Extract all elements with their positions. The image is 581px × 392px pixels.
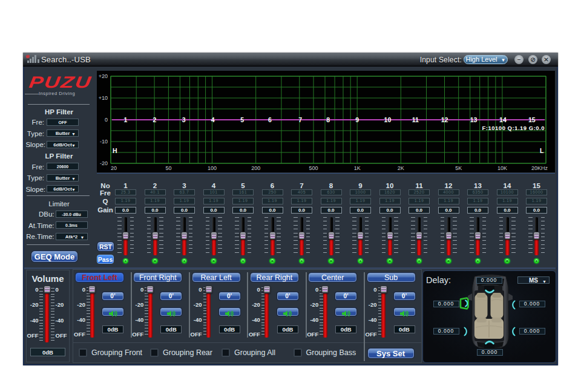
svg-text:20KHz: 20KHz bbox=[531, 165, 548, 171]
svg-text:+10: +10 bbox=[99, 95, 108, 101]
svg-text:4: 4 bbox=[211, 116, 215, 123]
svg-text:+20: +20 bbox=[99, 73, 108, 79]
svg-text:0: 0 bbox=[105, 117, 108, 123]
svg-text:10: 10 bbox=[384, 116, 392, 123]
svg-text:8: 8 bbox=[326, 116, 330, 123]
svg-text:13: 13 bbox=[470, 116, 478, 123]
svg-text:14: 14 bbox=[499, 116, 507, 123]
svg-text:7: 7 bbox=[298, 116, 302, 123]
svg-text:3: 3 bbox=[182, 116, 186, 123]
svg-text:9: 9 bbox=[355, 116, 359, 123]
svg-text:F:10100 Q:1.19 G:0.0: F:10100 Q:1.19 G:0.0 bbox=[482, 125, 545, 131]
svg-text:L: L bbox=[540, 147, 544, 154]
svg-text:5K: 5K bbox=[455, 165, 462, 171]
svg-text:-10: -10 bbox=[100, 139, 108, 145]
svg-text:15: 15 bbox=[528, 116, 536, 123]
svg-text:50: 50 bbox=[165, 165, 171, 171]
svg-text:10K: 10K bbox=[497, 165, 507, 171]
svg-text:11: 11 bbox=[412, 116, 419, 123]
svg-text:500: 500 bbox=[309, 165, 318, 171]
svg-text:12: 12 bbox=[441, 116, 448, 123]
svg-text:-20: -20 bbox=[100, 160, 108, 166]
svg-text:6: 6 bbox=[268, 116, 272, 123]
svg-text:2: 2 bbox=[153, 116, 156, 123]
svg-text:100: 100 bbox=[208, 165, 217, 171]
svg-text:2K: 2K bbox=[398, 165, 404, 171]
svg-text:5: 5 bbox=[240, 116, 244, 123]
svg-text:1: 1 bbox=[124, 116, 128, 123]
svg-text:1K: 1K bbox=[354, 165, 361, 171]
svg-text:20: 20 bbox=[111, 165, 117, 171]
svg-text:200: 200 bbox=[251, 165, 260, 171]
svg-text:H: H bbox=[113, 147, 117, 154]
